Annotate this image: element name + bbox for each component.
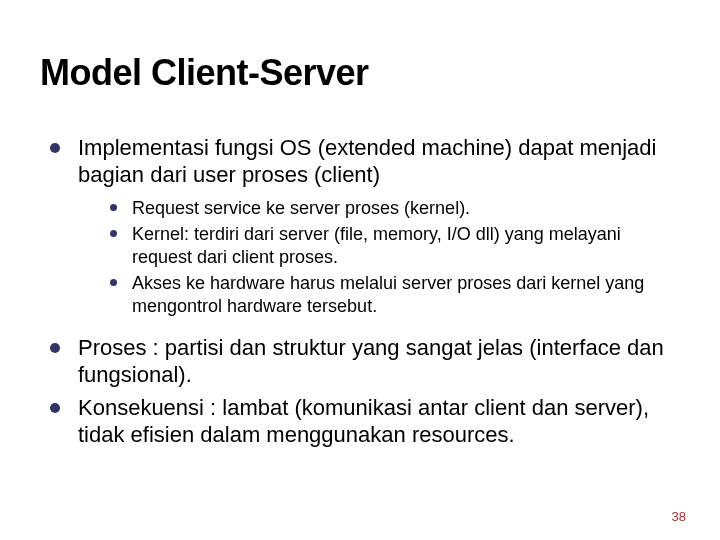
sub-bullet-item-1: Request service ke server proses (kernel… [108, 197, 680, 220]
sub-bullet-text: Akses ke hardware harus melalui server p… [132, 273, 644, 316]
sub-bullet-text: Request service ke server proses (kernel… [132, 198, 470, 218]
bullet-item-2: Proses : partisi dan struktur yang sanga… [48, 335, 680, 389]
sub-bullet-item-2: Kernel: terdiri dari server (file, memor… [108, 223, 680, 268]
bullet-text: Konsekuensi : lambat (komunikasi antar c… [78, 395, 649, 447]
slide-title: Model Client-Server [40, 52, 369, 94]
bullet-item-1: Implementasi fungsi OS (extended machine… [48, 135, 680, 329]
slide: Model Client-Server Implementasi fungsi … [0, 0, 720, 540]
page-number: 38 [672, 509, 686, 524]
bullet-list: Implementasi fungsi OS (extended machine… [48, 135, 680, 448]
bullet-item-3: Konsekuensi : lambat (komunikasi antar c… [48, 395, 680, 449]
sub-bullet-item-3: Akses ke hardware harus melalui server p… [108, 272, 680, 317]
bullet-text: Implementasi fungsi OS (extended machine… [78, 135, 656, 187]
bullet-text: Proses : partisi dan struktur yang sanga… [78, 335, 664, 387]
slide-body: Implementasi fungsi OS (extended machine… [48, 135, 680, 454]
sub-bullet-list: Request service ke server proses (kernel… [78, 189, 680, 330]
sub-bullet-text: Kernel: terdiri dari server (file, memor… [132, 224, 621, 267]
